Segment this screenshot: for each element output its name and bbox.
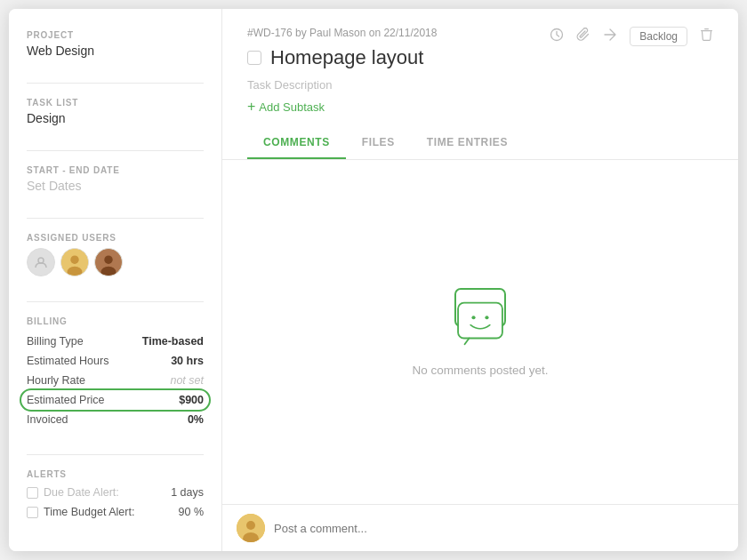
alert-row-budget: Time Budget Alert: 90 % [27, 502, 204, 522]
tabs-row: COMMENTS FILES TIME ENTRIES [247, 127, 713, 159]
add-user-avatar[interactable] [27, 248, 55, 276]
due-date-alert-label: Due Date Alert: [44, 486, 119, 499]
comment-bar [222, 504, 738, 551]
billing-row-price: Estimated Price $900 [27, 390, 204, 410]
billing-key-type: Billing Type [27, 335, 84, 348]
sidebar: PROJECT Web Design TASK LIST Design STAR… [9, 9, 222, 551]
comments-tab-content: No comments posted yet. [222, 160, 738, 504]
header-actions: Backlog [550, 27, 713, 46]
sidebar-tasklist-section: TASK LIST Design [27, 98, 204, 125]
project-value: Web Design [27, 44, 204, 58]
tab-files[interactable]: FILES [346, 127, 411, 159]
add-subtask-label: Add Subtask [259, 100, 325, 114]
billing-val-rate: not set [170, 374, 204, 387]
billing-val-type: Time-based [142, 335, 204, 348]
divider-1 [27, 83, 204, 84]
time-budget-checkbox[interactable] [27, 507, 38, 518]
project-label: PROJECT [27, 30, 204, 40]
share-icon-button[interactable] [603, 28, 617, 45]
empty-comments-smiley [454, 301, 507, 349]
attachment-icon-button[interactable] [576, 28, 590, 45]
comment-user-avatar [237, 514, 265, 542]
alert-row-due: Due Date Alert: 1 days [27, 483, 204, 502]
task-title: Homepage layout [270, 46, 423, 69]
sidebar-dates-section: START - END DATE Set Dates [27, 165, 204, 193]
billing-table: Billing Type Time-based Estimated Hours … [27, 332, 204, 429]
billing-label: BILLING [27, 316, 204, 326]
task-title-row: Homepage layout [247, 46, 713, 69]
backlog-button[interactable]: Backlog [630, 27, 687, 46]
main-content: Backlog #WD-176 by Paul Mason on 22/11/2… [222, 9, 738, 551]
add-subtask-button[interactable]: + Add Subtask [247, 99, 325, 115]
billing-row-invoiced: Invoiced 0% [27, 410, 204, 429]
divider-3 [27, 218, 204, 219]
trash-icon-button[interactable] [700, 28, 713, 45]
divider-4 [27, 301, 204, 302]
billing-key-rate: Hourly Rate [27, 374, 85, 387]
billing-val-price: $900 [179, 394, 204, 406]
avatar-user1 [60, 248, 89, 276]
divider-5 [27, 454, 204, 455]
billing-row-hours: Estimated Hours 30 hrs [27, 351, 204, 371]
billing-val-hours: 30 hrs [171, 355, 204, 367]
svg-point-14 [471, 316, 475, 319]
svg-rect-8 [701, 30, 712, 31]
comment-input[interactable] [274, 522, 724, 535]
sidebar-alerts-section: ALERTS Due Date Alert: 1 days Time Budge… [27, 469, 204, 522]
assigned-users-label: ASSIGNED USERS [27, 233, 204, 243]
tab-time-entries[interactable]: TIME ENTRIES [411, 127, 524, 159]
svg-point-0 [38, 258, 44, 263]
avatar-user2 [94, 248, 123, 276]
due-date-alert-val: 1 days [171, 486, 204, 499]
billing-key-hours: Estimated Hours [27, 355, 108, 367]
billing-row-type: Billing Type Time-based [27, 332, 204, 351]
task-list-value: Design [27, 111, 204, 125]
sidebar-project-section: PROJECT Web Design [27, 30, 204, 58]
svg-point-17 [246, 521, 255, 530]
billing-val-invoiced: 0% [188, 413, 204, 426]
billing-key-price: Estimated Price [27, 394, 105, 406]
alerts-label: ALERTS [27, 469, 204, 479]
divider-2 [27, 150, 204, 151]
assigned-users-row [27, 248, 204, 276]
billing-row-rate: Hourly Rate not set [27, 371, 204, 390]
svg-point-5 [104, 256, 112, 264]
time-budget-alert-label: Time Budget Alert: [44, 506, 134, 518]
sidebar-assigned-section: ASSIGNED USERS [27, 233, 204, 276]
task-description[interactable]: Task Description [247, 78, 713, 92]
main-header: Backlog #WD-176 by Paul Mason on 22/11/2… [222, 9, 738, 160]
clock-icon-button[interactable] [550, 28, 564, 45]
svg-point-2 [70, 256, 78, 264]
dates-value[interactable]: Set Dates [27, 179, 204, 193]
billing-key-invoiced: Invoiced [27, 413, 68, 426]
plus-icon: + [247, 99, 255, 115]
svg-rect-9 [704, 28, 709, 29]
dates-label: START - END DATE [27, 165, 204, 175]
task-complete-checkbox[interactable] [247, 51, 261, 65]
no-comments-message: No comments posted yet. [412, 364, 548, 377]
time-budget-alert-val: 90 % [179, 506, 205, 518]
task-list-label: TASK LIST [27, 98, 204, 108]
tab-comments[interactable]: COMMENTS [247, 127, 346, 159]
svg-point-15 [485, 316, 488, 319]
due-date-checkbox[interactable] [27, 487, 38, 499]
svg-rect-13 [458, 303, 502, 339]
sidebar-billing-section: BILLING Billing Type Time-based Estimate… [27, 316, 204, 429]
